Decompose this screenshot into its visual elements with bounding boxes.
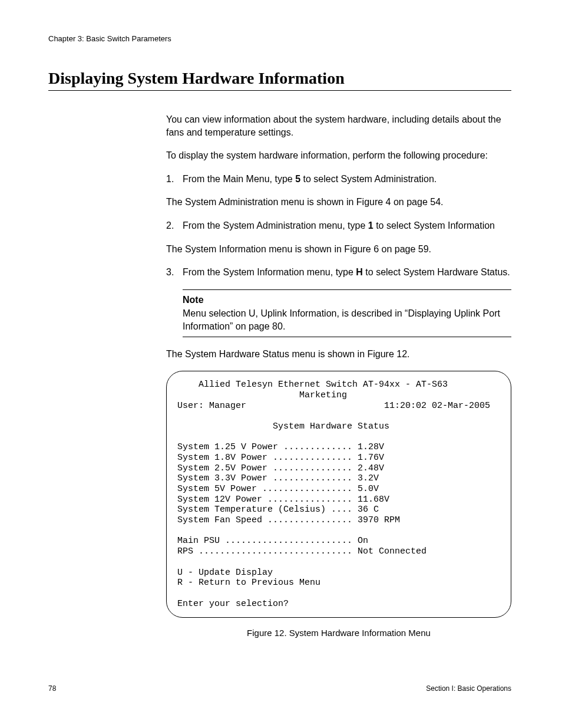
- intro-paragraph: You can view information about the syste…: [166, 113, 511, 139]
- step-key: 1: [368, 220, 373, 230]
- step-text-post: to select System Information: [373, 220, 495, 230]
- terminal-figure: Allied Telesyn Ethernet Switch AT-94xx -…: [166, 371, 511, 639]
- note-text: Menu selection U, Uplink Information, is…: [183, 308, 500, 331]
- procedure-steps: 1.From the Main Menu, type 5 to select S…: [166, 173, 511, 337]
- note-label: Note: [183, 294, 511, 307]
- step-number: 1.: [166, 173, 183, 186]
- step-1-follow: The System Administration menu is shown …: [166, 196, 511, 209]
- body-column: You can view information about the syste…: [166, 113, 511, 640]
- step-2-follow: The System Information menu is shown in …: [166, 243, 511, 256]
- chapter-header: Chapter 3: Basic Switch Parameters: [48, 34, 511, 43]
- note-box: Note Menu selection U, Uplink Informatio…: [183, 289, 511, 337]
- step-text-pre: From the System Administration menu, typ…: [183, 220, 368, 230]
- step-text-pre: From the System Information menu, type: [183, 267, 356, 277]
- step-1: 1.From the Main Menu, type 5 to select S…: [166, 173, 511, 186]
- section-title: Displaying System Hardware Information: [48, 69, 511, 91]
- step-number: 2.: [166, 219, 183, 232]
- after-note-paragraph: The System Hardware Status menu is shown…: [166, 348, 511, 361]
- procedure-lead: To display the system hardware informati…: [166, 149, 511, 162]
- page-number: 78: [48, 684, 56, 693]
- step-3: 3.From the System Information menu, type…: [166, 266, 511, 279]
- step-key: H: [356, 267, 363, 277]
- figure-caption: Figure 12. System Hardware Information M…: [166, 627, 511, 639]
- section-label: Section I: Basic Operations: [426, 684, 511, 693]
- step-2: 2.From the System Administration menu, t…: [166, 219, 511, 232]
- step-number: 3.: [166, 266, 183, 279]
- step-text-post: to select System Administration.: [300, 174, 437, 184]
- step-text-pre: From the Main Menu, type: [183, 174, 295, 184]
- terminal-output: Allied Telesyn Ethernet Switch AT-94xx -…: [166, 371, 511, 618]
- step-key: 5: [295, 174, 300, 184]
- page: Chapter 3: Basic Switch Parameters Displ…: [0, 0, 562, 728]
- step-text-post: to select System Hardware Status.: [363, 267, 510, 277]
- page-footer: 78 Section I: Basic Operations: [48, 684, 511, 693]
